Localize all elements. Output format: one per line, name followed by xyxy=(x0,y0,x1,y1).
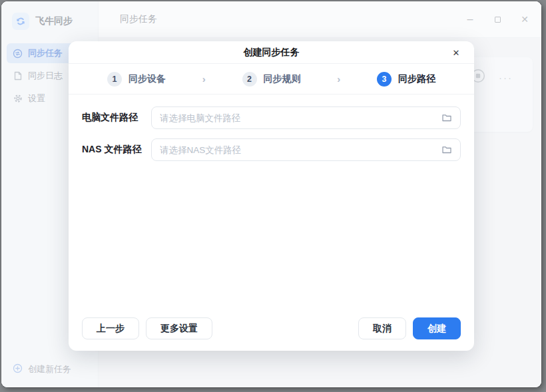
step-sync-rules: 2 同步规则 xyxy=(242,72,301,87)
step-sync-path: 3 同步路径 xyxy=(377,72,435,87)
create-sync-task-modal: 创建同步任务 ✕ 1 同步设备 › 2 同步规则 › 3 同步路径 电脑文件路径 xyxy=(69,41,474,351)
step-number: 3 xyxy=(377,72,392,87)
app-window: 飞牛同步 同步任务 xyxy=(1,1,541,387)
nas-path-row: NAS 文件路径 xyxy=(82,138,461,161)
nas-path-input[interactable] xyxy=(160,145,440,155)
step-number: 2 xyxy=(242,72,257,87)
folder-icon[interactable] xyxy=(440,111,453,124)
computer-path-row: 电脑文件路径 xyxy=(82,106,461,129)
step-label: 同步路径 xyxy=(398,73,435,85)
step-label: 同步设备 xyxy=(129,73,166,85)
nas-path-label: NAS 文件路径 xyxy=(82,144,151,156)
folder-icon[interactable] xyxy=(440,143,453,156)
modal-close-icon[interactable]: ✕ xyxy=(449,45,463,60)
computer-path-input[interactable] xyxy=(160,113,440,123)
step-number: 1 xyxy=(107,72,122,87)
computer-path-field xyxy=(151,106,461,129)
cancel-button[interactable]: 取消 xyxy=(358,317,406,339)
step-label: 同步规则 xyxy=(264,73,301,85)
computer-path-label: 电脑文件路径 xyxy=(82,112,151,124)
more-settings-button[interactable]: 更多设置 xyxy=(146,317,212,339)
modal-header: 创建同步任务 ✕ xyxy=(69,41,474,64)
modal-body: 电脑文件路径 NAS 文件路径 xyxy=(69,95,474,317)
back-button[interactable]: 上一步 xyxy=(82,317,139,339)
stepper: 1 同步设备 › 2 同步规则 › 3 同步路径 xyxy=(69,64,474,95)
modal-title: 创建同步任务 xyxy=(244,47,300,59)
step-sync-device: 1 同步设备 xyxy=(107,72,166,87)
create-button[interactable]: 创建 xyxy=(413,317,461,339)
chevron-right-icon: › xyxy=(337,73,340,85)
nas-path-field xyxy=(151,138,461,161)
modal-footer: 上一步 更多设置 取消 创建 xyxy=(69,317,474,351)
chevron-right-icon: › xyxy=(202,73,206,85)
